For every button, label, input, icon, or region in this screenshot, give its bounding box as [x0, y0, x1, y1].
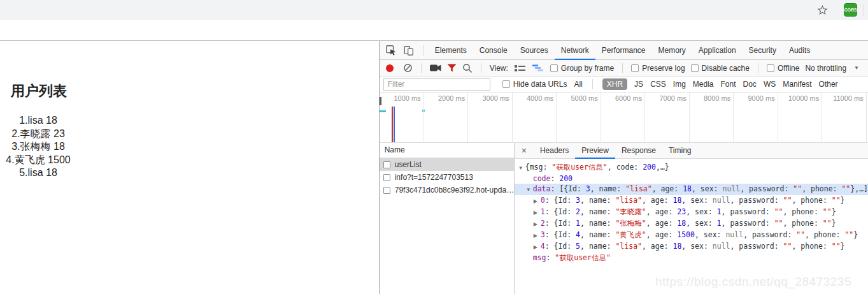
offline-checkbox[interactable]: Offline — [767, 64, 799, 73]
json-segment: } — [832, 219, 836, 228]
checkbox-icon[interactable] — [550, 64, 558, 72]
search-icon[interactable] — [462, 63, 473, 73]
tab-timing[interactable]: Timing — [662, 143, 698, 159]
preview-line[interactable]: ▶3: {Id: 4, name: "黄飞虎", age: 1500, sex:… — [515, 230, 868, 241]
filter-funnel-icon[interactable] — [447, 64, 457, 72]
tab-security[interactable]: Security — [743, 41, 783, 60]
json-segment: 3 — [576, 196, 580, 205]
device-toolbar-icon[interactable] — [400, 42, 418, 59]
json-segment: } — [841, 242, 845, 251]
tab-application[interactable]: Application — [692, 41, 743, 60]
preview-line[interactable]: ▶4: {Id: 5, name: "lisa", age: 18, sex: … — [515, 241, 868, 253]
checkbox-icon[interactable] — [502, 80, 510, 88]
filter-type-other[interactable]: Other — [819, 80, 838, 89]
load-event-line — [392, 107, 393, 142]
chevron-expanded-icon[interactable]: ▼ — [518, 163, 525, 173]
bookmark-star-icon[interactable] — [816, 4, 829, 17]
chevron-collapsed-icon[interactable]: ▶ — [534, 208, 541, 218]
filter-type-all[interactable]: All — [574, 80, 582, 89]
chevron-collapsed-icon[interactable]: ▶ — [534, 242, 541, 253]
network-overview-timeline[interactable]: 1000 ms2000 ms3000 ms4000 ms5000 ms6000 … — [380, 92, 868, 143]
json-segment: , phone: — [783, 207, 822, 216]
json-segment: "黄飞虎" — [615, 230, 646, 239]
waterfall-overview-icon[interactable] — [532, 63, 544, 73]
checkbox-icon[interactable] — [767, 64, 774, 72]
chevron-expanded-icon[interactable]: ▼ — [526, 185, 533, 195]
json-segment: 4 — [576, 230, 580, 239]
filter-type-js[interactable]: JS — [634, 80, 643, 89]
list-view-icon[interactable] — [514, 63, 526, 73]
filter-divider — [592, 79, 593, 89]
filter-type-ws[interactable]: WS — [764, 80, 776, 89]
json-segment: , name: — [590, 184, 625, 193]
filter-type-css[interactable]: CSS — [650, 80, 666, 89]
checkbox-icon[interactable] — [691, 64, 699, 72]
json-segment: , age: — [642, 242, 672, 251]
web-page: 用户列表 1.lisa 182.李晓露 233.张梅梅 184.黄飞虎 1500… — [0, 41, 380, 294]
toolbar-divider — [864, 4, 864, 16]
hide-data-urls-checkbox[interactable]: Hide data URLs — [502, 80, 567, 89]
filter-input[interactable] — [383, 78, 490, 91]
preview-line[interactable]: ▶1: {Id: 2, name: "李晓露", age: 23, sex: 1… — [515, 207, 868, 218]
tab-elements[interactable]: Elements — [429, 41, 473, 60]
tab-memory[interactable]: Memory — [652, 41, 692, 60]
group-by-frame-checkbox[interactable]: Group by frame — [550, 64, 614, 73]
filter-type-media[interactable]: Media — [693, 80, 714, 89]
devtools-tab-bar: ElementsConsoleSourcesNetworkPerformance… — [380, 41, 868, 60]
tab-audits[interactable]: Audits — [783, 41, 816, 60]
filter-type-manifest[interactable]: Manifest — [783, 80, 811, 89]
chevron-collapsed-icon[interactable]: ▶ — [534, 219, 541, 230]
filter-type-doc[interactable]: Doc — [743, 80, 757, 89]
inspect-element-icon[interactable] — [382, 42, 400, 59]
tab-headers[interactable]: Headers — [534, 143, 575, 159]
cors-extension-icon[interactable]: CORS — [844, 3, 857, 17]
clear-icon[interactable] — [403, 63, 413, 73]
json-segment: 1 — [717, 219, 722, 228]
filter-type-img[interactable]: Img — [673, 80, 686, 89]
preserve-log-checkbox[interactable]: Preserve log — [631, 64, 685, 73]
json-segment: , phone: — [802, 184, 841, 193]
json-segment: } — [841, 196, 845, 205]
json-segment: , password: — [743, 230, 796, 239]
preview-line[interactable]: msg: "获取user信息" — [515, 253, 868, 263]
json-segment: 1 — [576, 219, 580, 228]
table-row[interactable]: info?t=1572247703513 — [380, 171, 514, 184]
json-segment: , sex: — [692, 184, 722, 193]
json-segment: msg — [533, 253, 546, 262]
list-item: 5.lisa 18 — [0, 166, 76, 180]
filter-type-font[interactable]: Font — [721, 80, 736, 89]
screenshot-camera-icon[interactable] — [430, 64, 441, 72]
record-icon[interactable] — [386, 64, 394, 72]
preview-tree: ▼{msg: "获取user信息", code: 200,…}code: 200… — [515, 159, 868, 294]
json-segment: , phone: — [805, 230, 844, 239]
tab-performance[interactable]: Performance — [595, 41, 652, 60]
json-segment: "" — [783, 242, 792, 251]
table-row[interactable]: userList — [380, 158, 514, 171]
tab-console[interactable]: Console — [473, 41, 514, 60]
table-row[interactable]: 79f3c471dc0b8c9e3f92.hot-upda… — [380, 184, 514, 196]
tab-sources[interactable]: Sources — [514, 41, 555, 60]
json-segment: "" — [841, 184, 850, 193]
preview-line[interactable]: ▼data: [{Id: 3, name: "lisa", age: 18, s… — [515, 184, 868, 195]
tab-network[interactable]: Network — [555, 41, 595, 60]
network-toolbar: View: Group by frame Preserve log Disabl… — [380, 60, 868, 77]
tab-preview[interactable]: Preview — [575, 143, 615, 159]
json-segment: 4 — [541, 242, 545, 251]
tab-response[interactable]: Response — [615, 143, 662, 159]
json-segment: : — [550, 174, 559, 183]
throttling-select[interactable]: No throttling — [805, 64, 846, 73]
chevron-collapsed-icon[interactable]: ▶ — [534, 196, 541, 207]
name-column-header[interactable]: Name — [380, 143, 514, 158]
checkbox-icon[interactable] — [631, 64, 639, 72]
chevron-collapsed-icon[interactable]: ▶ — [534, 231, 541, 241]
filter-type-xhr[interactable]: XHR — [602, 78, 627, 90]
preview-line[interactable]: ▶0: {Id: 3, name: "lisa", age: 18, sex: … — [515, 195, 868, 207]
preview-line[interactable]: code: 200 — [515, 173, 868, 184]
json-segment: , sex: — [686, 207, 716, 216]
preview-line[interactable]: ▼{msg: "获取user信息", code: 200,…} — [515, 162, 868, 173]
disable-cache-checkbox[interactable]: Disable cache — [691, 64, 750, 73]
close-icon[interactable]: × — [515, 145, 534, 156]
json-segment: null — [713, 242, 730, 251]
preview-line[interactable]: ▶2: {Id: 1, name: "张梅梅", age: 18, sex: 1… — [515, 218, 868, 230]
chevron-down-icon[interactable]: ▼ — [854, 65, 859, 71]
